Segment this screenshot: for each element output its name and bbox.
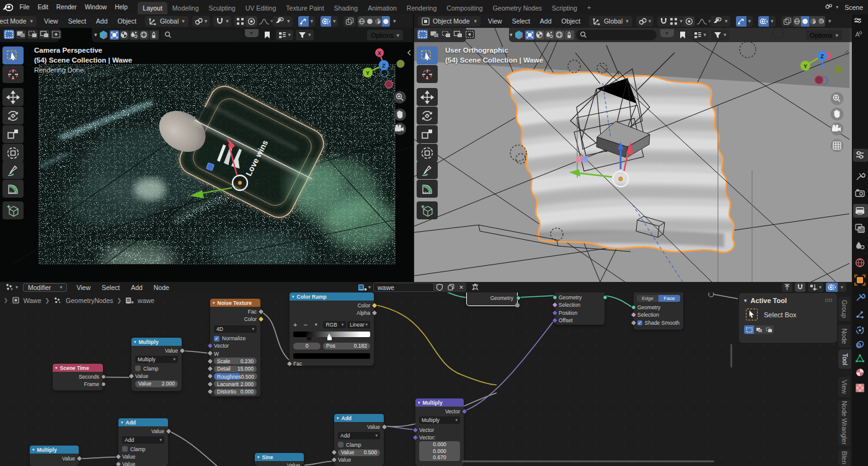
svg-text:Z: Z (382, 63, 386, 69)
svg-text:Y: Y (804, 63, 807, 69)
svg-text:Z: Z (820, 53, 824, 59)
svg-text:Y: Y (366, 70, 370, 76)
svg-text:X: X (378, 50, 381, 56)
